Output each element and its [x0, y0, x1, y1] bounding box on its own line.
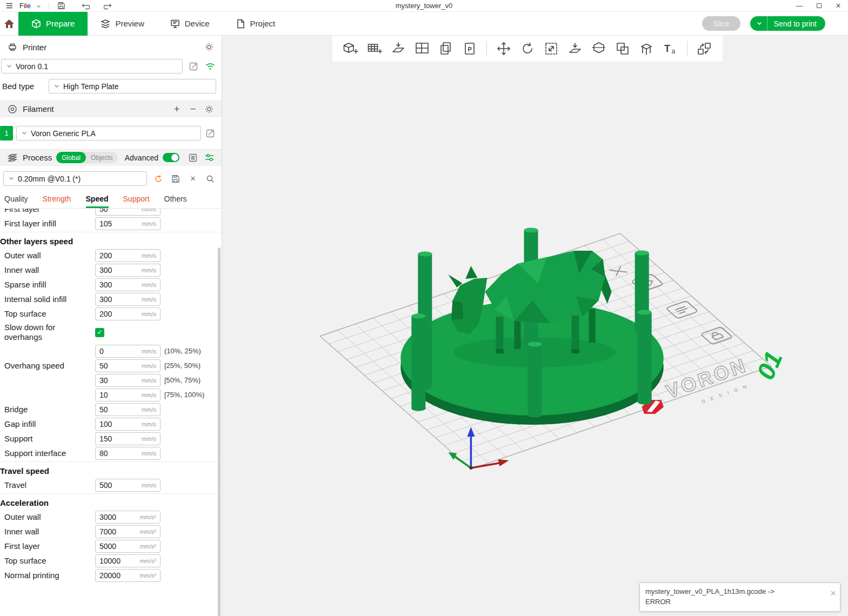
maximize-button[interactable]	[809, 0, 829, 12]
tab-support[interactable]: Support	[123, 195, 150, 208]
edit-filament-icon[interactable]	[204, 128, 216, 139]
search-settings-icon[interactable]	[204, 173, 216, 185]
setting-input[interactable]: 150mm/s	[95, 432, 161, 445]
lay-on-face-icon[interactable]	[566, 39, 584, 58]
file-menu[interactable]: File	[19, 2, 31, 10]
process-preset-select[interactable]: 0.20mm @V0.1 (*)	[3, 171, 147, 186]
setting-input[interactable]: 80mm/s	[95, 447, 161, 460]
paste-icon[interactable]: P	[460, 39, 479, 58]
setting-input[interactable]: 3000mm/s²	[95, 511, 161, 524]
setting-input[interactable]: 20000mm/s²	[95, 569, 161, 582]
setting-input[interactable]: 500mm/s	[95, 479, 161, 492]
setting-input[interactable]: 50mm/s	[95, 403, 161, 416]
sidebar: Printer Voron 0.1 Bed type High Temp Pla…	[0, 36, 222, 616]
setting-input[interactable]: 200mm/s	[95, 249, 161, 262]
filament-settings-gear-icon[interactable]	[203, 103, 215, 115]
setting-input[interactable]: 7000mm/s²	[95, 525, 161, 538]
tab-quality[interactable]: Quality	[4, 195, 28, 208]
cut-icon[interactable]	[590, 39, 608, 58]
save-preset-icon[interactable]	[170, 173, 182, 185]
setting-input[interactable]: 300mm/s	[95, 278, 161, 291]
slice-button[interactable]: Slice	[702, 16, 740, 31]
setting-range-label: [75%, 100%)	[164, 391, 204, 399]
auto-orient-icon[interactable]	[389, 39, 408, 58]
divider	[49, 2, 49, 10]
support-paint-icon[interactable]	[637, 39, 656, 58]
tab-speed[interactable]: Speed	[86, 195, 109, 208]
settings-row: Sparse infill300mm/s	[0, 277, 222, 292]
arrange-icon[interactable]	[413, 39, 431, 58]
model-mystery-tower[interactable]	[400, 228, 663, 425]
settings-row: Inner wall7000mm/s²	[0, 524, 222, 539]
setting-input[interactable]: 300mm/s	[95, 293, 161, 306]
copy-icon[interactable]	[437, 39, 455, 58]
text-icon[interactable]: Ta	[661, 39, 679, 58]
tab-project[interactable]: Project	[223, 12, 289, 36]
setting-input[interactable]: 50mm/s	[95, 209, 161, 216]
printer-select[interactable]: Voron 0.1	[1, 59, 183, 73]
plate-settings-icon[interactable]	[666, 301, 698, 319]
rotate-icon[interactable]	[518, 39, 537, 58]
mesh-boolean-icon[interactable]	[613, 39, 632, 58]
minimize-button[interactable]: —	[790, 0, 809, 12]
home-button[interactable]	[0, 12, 18, 36]
setting-label: First layer infill	[4, 219, 95, 229]
setting-input[interactable]: 100mm/s	[95, 418, 161, 431]
tab-preview[interactable]: Preview	[88, 12, 157, 36]
tab-others[interactable]: Others	[164, 195, 187, 208]
setting-input[interactable]: 5000mm/s²	[95, 540, 161, 553]
filament-select[interactable]: Voron Generic PLA	[16, 126, 201, 140]
setting-label: Overhang speed	[4, 361, 95, 371]
reset-preset-icon[interactable]	[152, 173, 164, 185]
compare-presets-icon[interactable]	[203, 152, 215, 164]
tab-prepare[interactable]: Prepare	[18, 12, 88, 36]
wifi-connection-icon[interactable]	[204, 61, 216, 72]
toast-close-icon[interactable]: ×	[830, 588, 836, 598]
delete-preset-icon[interactable]: ×	[187, 173, 199, 185]
setting-input[interactable]: 10mm/s	[95, 389, 161, 401]
move-icon[interactable]	[495, 39, 513, 58]
filament-slot-badge[interactable]: 1	[0, 126, 13, 140]
setting-label: Slow down for overhangs	[4, 323, 95, 342]
close-button[interactable]: ×	[829, 0, 848, 12]
parameter-list-icon[interactable]	[187, 152, 199, 164]
save-project-icon[interactable]	[57, 1, 66, 11]
setting-input[interactable]: 10000mm/s²	[95, 554, 161, 567]
setting-input[interactable]: 50mm/s	[95, 359, 161, 372]
setting-input[interactable]: 300mm/s	[95, 264, 161, 277]
add-plate-icon[interactable]	[365, 39, 384, 58]
3d-viewport[interactable]: PTa VORON D E S I G N 01	[222, 36, 848, 616]
setting-input[interactable]: 200mm/s	[95, 307, 161, 320]
scale-icon[interactable]	[542, 39, 560, 58]
hamburger-menu-icon[interactable]	[4, 1, 14, 11]
settings-row: Inner wall300mm/s	[0, 263, 222, 277]
redo-icon[interactable]	[103, 1, 113, 11]
remove-filament-button[interactable]: −	[187, 103, 199, 115]
add-model-icon[interactable]	[342, 39, 360, 58]
send-options-caret-icon[interactable]	[750, 16, 767, 31]
segment-objects[interactable]: Objects	[86, 154, 118, 162]
setting-checkbox[interactable]: ✓	[95, 328, 104, 337]
process-scope-segment[interactable]: Global Objects	[56, 152, 117, 163]
tab-device[interactable]: Device	[157, 12, 223, 36]
send-to-print-button[interactable]: Send to print	[750, 16, 825, 31]
3d-scene[interactable]: VORON D E S I G N 01	[222, 36, 848, 616]
undo-icon[interactable]	[81, 1, 90, 11]
add-filament-button[interactable]: +	[171, 103, 183, 115]
setting-input[interactable]: 0mm/s	[95, 345, 161, 358]
file-menu-caret-icon[interactable]	[36, 2, 41, 10]
segment-global[interactable]: Global	[56, 152, 86, 163]
setting-input[interactable]: 105mm/s	[95, 217, 161, 230]
printer-section-header: Printer	[0, 39, 222, 55]
printer-settings-gear-icon[interactable]	[203, 41, 215, 53]
plate-delete-icon[interactable]	[610, 266, 627, 276]
setting-label: Bridge	[4, 405, 95, 414]
setting-input[interactable]: 30mm/s	[95, 374, 161, 387]
tab-strength[interactable]: Strength	[43, 195, 71, 208]
settings-scrollbar[interactable]	[218, 247, 221, 616]
advanced-toggle[interactable]	[163, 153, 179, 162]
bed-type-select[interactable]: High Temp Plate	[49, 79, 216, 93]
assembly-icon[interactable]	[695, 39, 713, 58]
edit-printer-icon[interactable]	[188, 61, 199, 72]
setting-label: Inner wall	[4, 527, 95, 537]
